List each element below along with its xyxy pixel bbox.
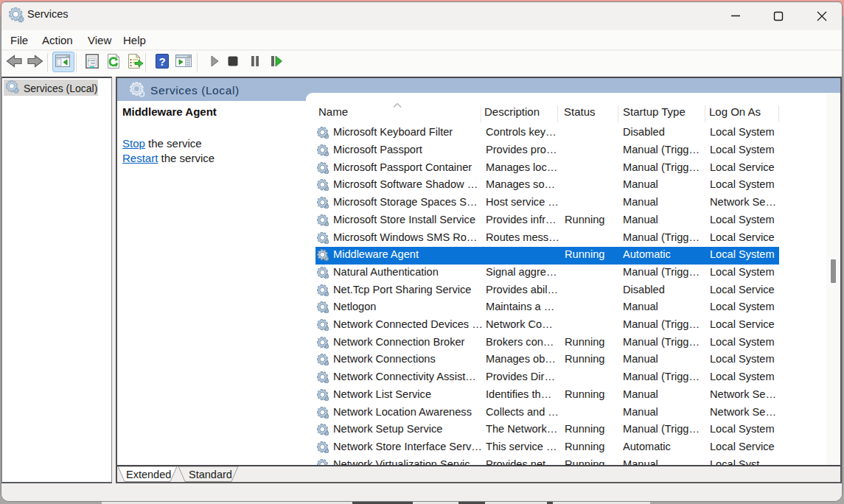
svg-text:Extended: Extended bbox=[126, 469, 171, 480]
svg-text:Standard: Standard bbox=[189, 469, 232, 480]
svg-text:?: ? bbox=[158, 55, 165, 68]
